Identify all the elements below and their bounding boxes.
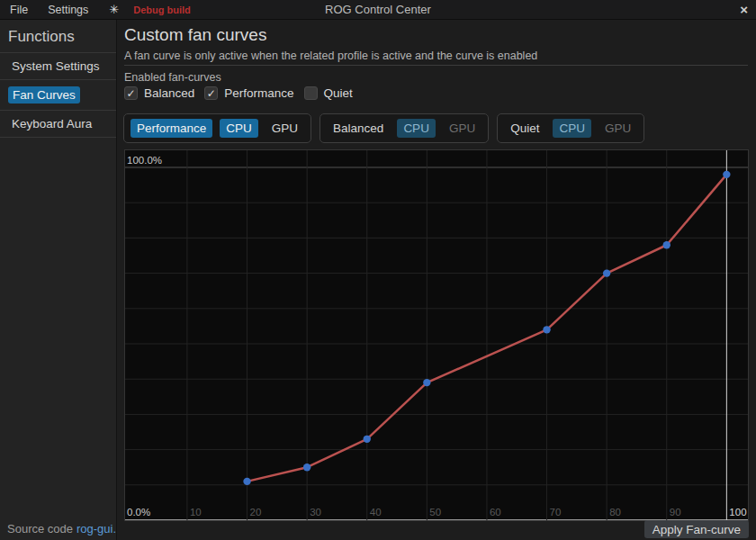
fan-tab-balanced-cpu[interactable]: CPU [397,119,436,138]
header-separator [124,65,748,66]
fan-tab-performance-gpu[interactable]: GPU [266,119,304,138]
profile-group-performance: PerformanceCPUGPU [123,113,311,143]
x-tick-label: 70 [550,507,562,518]
checkbox-label: Quiet [324,86,353,100]
sidebar-item-label: Keyboard Aura [12,117,92,130]
x-tick-label: 30 [310,507,321,518]
curve-point[interactable] [663,241,670,248]
source-code-label: Source code [7,522,73,536]
menu-settings[interactable]: Settings [38,4,98,16]
fan-curve-plot[interactable]: 102030405060708090100100.0%0.0% [125,150,748,520]
sidebar-item-keyboard-aura[interactable]: Keyboard Aura [0,111,116,138]
sidebar-items: System SettingsFan CurvesKeyboard Aura [0,52,116,138]
sidebar-item-system-settings[interactable]: System Settings [0,53,116,80]
sidebar-item-fan-curves[interactable]: Fan Curves [0,80,116,111]
x-tick-label: 20 [250,507,262,518]
sidebar-item-label: Fan Curves [8,86,80,104]
curve-point[interactable] [364,436,371,443]
y-axis-max-label: 100.0% [127,155,162,166]
curve-point[interactable] [423,379,430,386]
curve-point[interactable] [243,478,250,485]
curve-point[interactable] [303,464,310,471]
debug-build-label: Debug build [130,4,194,15]
checkbox-balanced[interactable]: ✓Balanced [124,86,194,100]
sidebar-heading: Functions [0,20,116,52]
checkbox-checked-icon[interactable]: ✓ [124,86,138,100]
y-axis-min-label: 0.0% [127,507,150,518]
fan-tab-quiet-gpu[interactable]: GPU [598,119,637,138]
checkbox-label: Performance [224,86,293,100]
fan-tab-quiet-cpu[interactable]: CPU [553,119,591,138]
enabled-fan-curves-label: Enabled fan-curves [124,71,221,84]
x-tick-label: 10 [190,507,202,518]
checkbox-label: Balanced [144,86,194,100]
checkbox-unchecked-icon[interactable] [304,86,318,100]
sidebar-item-label: System Settings [12,59,100,73]
main-panel: Custom fan curves A fan curve is only ac… [118,20,756,540]
profile-group-balanced: BalancedCPUGPU [320,113,489,143]
fan-tab-balanced-gpu[interactable]: GPU [443,119,482,138]
profile-tab-quiet[interactable]: Quiet [504,119,545,138]
curve-point[interactable] [543,326,550,333]
checkbox-performance[interactable]: ✓Performance [204,86,293,100]
x-tick-label: 60 [490,507,501,518]
x-tick-label: 40 [370,507,382,518]
sidebar: Functions System SettingsFan CurvesKeybo… [0,20,117,540]
x-tick-label: 50 [429,507,441,518]
menu-file[interactable]: File [0,4,38,16]
page-subtitle: A fan curve is only active when the rela… [124,50,537,62]
curve-point[interactable] [603,269,610,276]
source-code-line: Source coderog-gui. [7,522,116,536]
x-tick-label: 80 [609,507,621,518]
titlebar: File Settings ✳ Debug build ROG Control … [0,0,756,20]
fan-tab-performance-cpu[interactable]: CPU [220,119,258,138]
profile-tab-groups: PerformanceCPUGPUBalancedCPUGPUQuietCPUG… [123,113,644,143]
profile-tab-performance[interactable]: Performance [130,119,212,138]
profile-tab-balanced[interactable]: Balanced [327,119,390,138]
x-tick-label: 100 [729,507,746,518]
x-tick-label: 90 [670,507,681,518]
apply-fan-curve-button[interactable]: Apply Fan-curve [644,520,749,538]
checkbox-quiet[interactable]: Quiet [304,86,353,100]
rog-control-center-window: File Settings ✳ Debug build ROG Control … [0,0,756,540]
page-title: Custom fan curves [124,25,266,45]
fan-curve-chart: 102030405060708090100100.0%0.0% [124,149,749,521]
profile-group-quiet: QuietCPUGPU [497,113,644,143]
checkbox-checked-icon[interactable]: ✓ [204,86,218,100]
enabled-checkbox-row: ✓Balanced✓PerformanceQuiet [124,86,353,100]
curve-point[interactable] [723,171,730,178]
theme-toggle-icon[interactable]: ✳ [98,3,130,16]
close-icon[interactable]: × [740,1,748,19]
rog-gui-link[interactable]: rog-gui. [76,522,116,536]
